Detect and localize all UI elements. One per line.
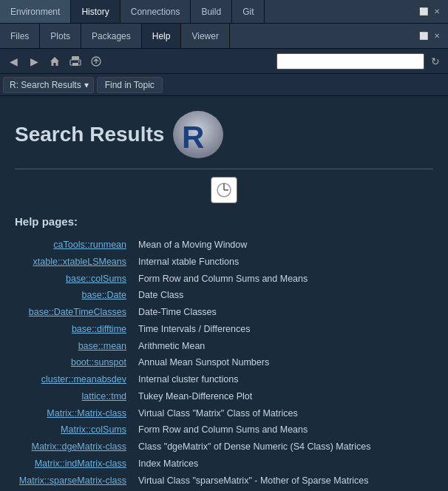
tab-history[interactable]: History xyxy=(71,0,120,23)
table-row: base::DateTimeClassesDate-Time Classes xyxy=(15,304,433,321)
tab-plots[interactable]: Plots xyxy=(40,24,81,48)
result-link-cell[interactable]: boot::sunspot xyxy=(15,354,129,371)
result-description: Time Intervals / Differences xyxy=(129,321,433,338)
search-input[interactable] xyxy=(276,53,424,70)
breadcrumb-arrow: ▾ xyxy=(84,80,89,90)
find-in-topic-button[interactable]: Find in Topic xyxy=(97,77,163,93)
result-link-cell[interactable]: caTools::runmean xyxy=(15,237,129,254)
forward-button[interactable]: ▶ xyxy=(25,53,43,70)
table-row: Matrix::indMatrix-classIndex Matrices xyxy=(15,456,433,473)
result-description: Form Row and Column Sums and Means xyxy=(129,421,433,438)
minimize-button-2[interactable]: ⬜ xyxy=(418,31,429,41)
result-link-cell[interactable]: xtable::xtableLSMeans xyxy=(15,254,129,271)
table-row: Matrix::Matrix-classVirtual Class "Matri… xyxy=(15,405,433,422)
result-link-cell[interactable]: Matrix::dgeMatrix-class xyxy=(15,438,129,456)
divider-top xyxy=(15,169,433,169)
print-button[interactable] xyxy=(67,53,84,70)
result-description: Virtual Class "sparseMatrix" - Mother of… xyxy=(129,473,433,490)
result-description: Annual Mean Sunspot Numbers xyxy=(129,354,433,371)
tab-packages[interactable]: Packages xyxy=(81,24,142,48)
svg-text:R: R xyxy=(182,120,204,155)
heading-row: Search Results R xyxy=(15,108,433,161)
result-link-cell[interactable]: cluster::meanabsdev xyxy=(15,371,129,388)
result-link[interactable]: base::mean xyxy=(78,341,126,351)
breadcrumb-label: R: Search Results xyxy=(10,80,81,90)
table-row: cluster::meanabsdevInternal cluster func… xyxy=(15,371,433,388)
result-link[interactable]: Matrix::sparseMatrix-class xyxy=(19,475,126,486)
result-description: Mean of a Moving Window xyxy=(129,237,433,254)
result-link[interactable]: boot::sunspot xyxy=(71,357,126,368)
back-button[interactable]: ◀ xyxy=(4,53,22,70)
result-description: Form Row and Column Sums and Means xyxy=(129,271,433,288)
result-link[interactable]: cluster::meanabsdev xyxy=(41,374,126,385)
top-tab-bar: Environment History Connections Build Gi… xyxy=(0,0,448,24)
table-row: base::colSumsForm Row and Column Sums an… xyxy=(15,271,433,288)
result-link[interactable]: Matrix::indMatrix-class xyxy=(35,458,126,469)
result-link[interactable]: xtable::xtableLSMeans xyxy=(33,257,126,267)
tab-help[interactable]: Help xyxy=(142,24,182,48)
content-area: Search Results R xyxy=(0,96,448,491)
page-title: Search Results xyxy=(15,123,164,146)
table-row: boot::sunspotAnnual Mean Sunspot Numbers xyxy=(15,354,433,371)
help-pages-heading: Help pages: xyxy=(15,215,433,228)
table-row: lattice::tmdTukey Mean-Difference Plot xyxy=(15,388,433,405)
result-link[interactable]: base::colSums xyxy=(66,274,126,284)
result-link-cell[interactable]: base::mean xyxy=(15,338,129,355)
result-link-cell[interactable]: Matrix::indMatrix-class xyxy=(15,456,129,473)
tab-files[interactable]: Files xyxy=(0,24,40,48)
result-link[interactable]: base::difftime xyxy=(72,324,126,334)
result-description: Class "dgeMatrix" of Dense Numeric (S4 C… xyxy=(129,438,433,456)
refresh-button[interactable]: ↻ xyxy=(427,53,444,70)
result-link[interactable]: Matrix::colSums xyxy=(61,424,126,435)
table-row: Matrix::sparseMatrix-classVirtual Class … xyxy=(15,473,433,490)
result-description: Internal xtable Functions xyxy=(129,254,433,271)
result-link[interactable]: caTools::runmean xyxy=(53,240,126,250)
home-button[interactable] xyxy=(46,53,64,70)
table-row: base::DateDate Class xyxy=(15,287,433,304)
table-row: Matrix::colSumsForm Row and Column Sums … xyxy=(15,421,433,438)
svg-rect-0 xyxy=(72,56,79,60)
table-row: base::meanArithmetic Mean xyxy=(15,338,433,355)
table-row: caTools::runmeanMean of a Moving Window xyxy=(15,237,433,254)
results-table: caTools::runmeanMean of a Moving Windowx… xyxy=(15,237,433,491)
result-link-cell[interactable]: base::DateTimeClasses xyxy=(15,304,129,321)
loading-icon xyxy=(211,177,237,203)
result-link-cell[interactable]: lattice::tmd xyxy=(15,388,129,405)
tab-build[interactable]: Build xyxy=(191,0,232,23)
nav-bar: R: Search Results ▾ Find in Topic xyxy=(0,74,448,96)
result-description: Virtual Class "Matrix" Class of Matrices xyxy=(129,405,433,422)
svg-rect-2 xyxy=(72,63,78,66)
result-link-cell[interactable]: Matrix::Matrix-class xyxy=(15,405,129,422)
table-row: xtable::xtableLSMeansInternal xtable Fun… xyxy=(15,254,433,271)
maximize-button-2[interactable]: ✕ xyxy=(432,31,442,41)
maximize-button[interactable]: ✕ xyxy=(432,7,442,17)
tab-viewer[interactable]: Viewer xyxy=(181,24,229,48)
breadcrumb[interactable]: R: Search Results ▾ xyxy=(3,77,94,93)
result-link[interactable]: Matrix::Matrix-class xyxy=(47,408,126,419)
tab-git[interactable]: Git xyxy=(232,0,265,23)
toolbar: ◀ ▶ ↻ xyxy=(0,49,448,74)
svg-point-3 xyxy=(78,61,80,62)
loading-area xyxy=(15,177,433,203)
result-link-cell[interactable]: Matrix::colSums xyxy=(15,421,129,438)
minimize-button[interactable]: ⬜ xyxy=(418,7,429,17)
result-link[interactable]: base::DateTimeClasses xyxy=(29,307,126,317)
table-row: Matrix::dgeMatrix-classClass "dgeMatrix"… xyxy=(15,438,433,456)
result-description: Date-Time Classes xyxy=(129,304,433,321)
result-description: Arithmetic Mean xyxy=(129,338,433,355)
tab-environment[interactable]: Environment xyxy=(0,0,71,23)
result-description: Index Matrices xyxy=(129,456,433,473)
second-tab-bar: Files Plots Packages Help Viewer ⬜ ✕ xyxy=(0,24,448,49)
result-link-cell[interactable]: Matrix::sparseMatrix-class xyxy=(15,473,129,490)
result-link[interactable]: Matrix::dgeMatrix-class xyxy=(32,441,127,452)
result-link-cell[interactable]: base::colSums xyxy=(15,271,129,288)
publish-button[interactable] xyxy=(87,53,105,70)
result-link[interactable]: lattice::tmd xyxy=(82,391,126,402)
result-link-cell[interactable]: base::Date xyxy=(15,287,129,304)
result-description: Tukey Mean-Difference Plot xyxy=(129,388,433,405)
r-logo: R xyxy=(172,108,225,161)
table-row: base::difftimeTime Intervals / Differenc… xyxy=(15,321,433,338)
result-link-cell[interactable]: base::difftime xyxy=(15,321,129,338)
tab-connections[interactable]: Connections xyxy=(121,0,191,23)
result-link[interactable]: base::Date xyxy=(82,290,126,300)
